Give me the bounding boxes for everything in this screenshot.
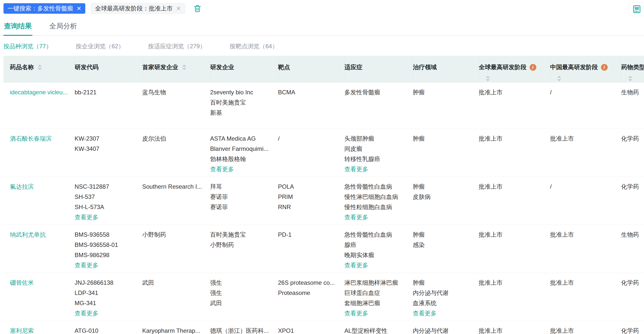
cell-first-company: Southern Research I... — [142, 177, 210, 225]
main-tabs: 查询结果 全局分析 — [0, 17, 644, 36]
cell-china-stage: / — [550, 83, 621, 129]
sort-icon[interactable] — [628, 76, 632, 81]
sort-icon[interactable] — [38, 65, 42, 70]
cell-drug-name: idecabtagene vicleu... — [4, 83, 74, 129]
cell-therapy-area: 肿瘤 — [413, 129, 479, 177]
cell-first-company: 皮尔法伯 — [142, 129, 210, 177]
view-more-link[interactable]: 查看更多 — [344, 166, 368, 172]
cell-china-stage: 批准上市 — [550, 225, 621, 273]
table-row: 氟达拉滨 NSC-312887 SH-537 SH-L-573A 查看更多 So… — [4, 177, 644, 225]
view-more-link[interactable]: 查看更多 — [344, 214, 368, 220]
col-label: 研发企业 — [210, 63, 234, 71]
view-more-link[interactable]: 查看更多 — [74, 214, 98, 220]
cell-drug-name: 纳武利尤单抗 — [4, 225, 74, 273]
filter-chip-global-stage: 全球最高研发阶段：批准上市 ✕ — [91, 3, 185, 14]
sort-icon[interactable] — [182, 65, 186, 70]
cell-target: 26S proteasome co... Proteasome — [278, 273, 344, 321]
col-header-first-company: 首家研发企业 — [142, 56, 210, 83]
col-label: 靶点 — [278, 63, 290, 71]
report-panel-button[interactable] — [628, 3, 644, 16]
cell-china-stage: 批准上市 — [550, 129, 621, 177]
col-header-drug-type: 药物类型 — [621, 56, 644, 83]
filter-chip-label: 一键搜索：多发性骨髓瘤 — [8, 5, 73, 13]
table-row: idecabtagene vicleu... bb-2121 蓝鸟生物 2sev… — [4, 83, 644, 129]
view-more-link[interactable]: 查看更多 — [413, 310, 437, 316]
subtab-by-company[interactable]: 按企业浏览（62） — [76, 42, 124, 50]
filter-chip-quick-search: 一键搜索：多发性骨髓瘤 ✕ — [4, 3, 85, 14]
cell-first-company: 武田 — [142, 273, 210, 321]
cell-target: BCMA — [278, 83, 344, 129]
results-table: 药品名称 研发代码 首家研发企业 研发企业 靶点 适应症 — [4, 56, 644, 334]
header-row: 药品名称 研发代码 首家研发企业 研发企业 靶点 适应症 — [4, 56, 644, 83]
cell-indication: 多发性骨髓瘤 — [344, 83, 413, 129]
cell-companies: 百时美施贵宝 小野制药 — [210, 225, 278, 273]
view-more-link[interactable]: 查看更多 — [344, 310, 368, 316]
tab-global-analysis[interactable]: 全局分析 — [49, 18, 78, 35]
chip-close-icon[interactable]: ✕ — [176, 6, 181, 12]
cell-drug-type: 化学药 — [621, 129, 644, 177]
trash-icon — [194, 4, 202, 13]
cell-target: PD-1 — [278, 225, 344, 273]
col-header-rd-code: 研发代码 — [74, 56, 142, 83]
col-header-therapy-area: 治疗领域 — [413, 56, 479, 83]
drug-name-link[interactable]: 硼替佐米 — [10, 279, 34, 286]
cell-indication: 急性骨髓性白血病 腺癌 晚期实体瘤 查看更多 — [344, 225, 413, 273]
chip-close-icon[interactable]: ✕ — [76, 6, 81, 12]
drug-name-link[interactable]: 酒石酸长春瑞滨 — [10, 135, 52, 142]
cell-therapy-area: 肿瘤 感染 — [413, 225, 479, 273]
col-label: 研发代码 — [75, 63, 99, 71]
col-header-target: 靶点 — [278, 56, 344, 83]
cell-indication: AL型淀粉样变性 急性骨髓性白血病 — [344, 321, 413, 334]
cell-global-stage: 批准上市 — [479, 273, 550, 321]
view-more-link[interactable]: 查看更多 — [344, 262, 368, 268]
cell-drug-name: 硼替佐米 — [4, 273, 74, 321]
info-icon[interactable]: i — [601, 64, 608, 71]
document-list-icon — [632, 5, 641, 14]
cell-drug-name: 塞利尼索 — [4, 321, 74, 334]
cell-drug-name: 酒石酸长春瑞滨 — [4, 129, 74, 177]
sort-icon[interactable] — [486, 76, 490, 81]
filter-chip-label: 全球最高研发阶段：批准上市 — [95, 5, 172, 13]
cell-drug-type: 生物药 — [621, 225, 644, 273]
cell-rd-code: NSC-312887 SH-537 SH-L-573A 查看更多 — [74, 177, 142, 225]
drug-name-link[interactable]: 纳武利尤单抗 — [10, 231, 46, 238]
cell-global-stage: 批准上市 — [479, 321, 550, 334]
cell-target: POLA PRIM RNR — [278, 177, 344, 225]
cell-rd-code: BMS-936558 BMS-936558-01 BMS-986298 查看更多 — [74, 225, 142, 273]
cell-drug-type: 化学药 — [621, 321, 644, 334]
cell-first-company: 小野制药 — [142, 225, 210, 273]
cell-therapy-area: 内分泌与代谢 肿瘤 — [413, 321, 479, 334]
tab-query-results[interactable]: 查询结果 — [4, 18, 32, 35]
info-icon[interactable]: i — [530, 64, 536, 71]
subtab-by-target[interactable]: 按靶点浏览（64） — [230, 42, 278, 50]
col-label: 药品名称 — [10, 63, 34, 71]
col-header-china-stage: 中国最高研发阶段 i — [550, 56, 621, 83]
sort-icon[interactable] — [557, 76, 561, 81]
subtab-by-product[interactable]: 按品种浏览（77） — [4, 42, 52, 50]
subtab-by-indication[interactable]: 按适应症浏览（279） — [148, 42, 206, 50]
view-more-link[interactable]: 查看更多 — [210, 166, 234, 172]
cell-china-stage: 批准上市 — [550, 273, 621, 321]
cell-indication: 头颈部肿瘤 间皮瘤 转移性乳腺癌 查看更多 — [344, 129, 413, 177]
col-header-global-stage: 全球最高研发阶段 i — [479, 56, 550, 83]
cell-global-stage: 批准上市 — [479, 83, 550, 129]
table-row: 酒石酸长春瑞滨 KW-2307 KW-3407 皮尔法伯 ASTA Medica… — [4, 129, 644, 177]
cell-global-stage: 批准上市 — [479, 225, 550, 273]
cell-therapy-area: 肿瘤 — [413, 83, 479, 129]
clear-filters-button[interactable] — [193, 4, 202, 13]
cell-drug-type: 化学药 — [621, 177, 644, 225]
view-more-link[interactable]: 查看更多 — [74, 262, 98, 268]
cell-indication: 淋巴浆细胞样淋巴瘤 巨球蛋白血症 套细胞淋巴瘤 查看更多 — [344, 273, 413, 321]
cell-companies: 2seventy bio Inc 百时美施贵宝 新基 — [210, 83, 278, 129]
cell-companies: 强生 强生 武田 — [210, 273, 278, 321]
drug-name-link[interactable]: 塞利尼索 — [10, 327, 34, 334]
table-row: 硼替佐米 JNJ-26866138 LDP-341 MG-341 查看更多 武田… — [4, 273, 644, 321]
drug-name-link[interactable]: 氟达拉滨 — [10, 183, 34, 190]
cell-indication: 急性骨髓性白血病 慢性淋巴细胞白血病 慢性粒细胞白血病 查看更多 — [344, 177, 413, 225]
cell-drug-type: 化学药 — [621, 273, 644, 321]
results-table-wrap: 药品名称 研发代码 首家研发企业 研发企业 靶点 适应症 — [4, 56, 644, 334]
view-more-link[interactable]: 查看更多 — [74, 310, 98, 316]
drug-name-link[interactable]: idecabtagene vicleu... — [10, 89, 68, 96]
col-label: 适应症 — [345, 63, 362, 71]
cell-rd-code: ATG-010 KCP-330 — [74, 321, 142, 334]
